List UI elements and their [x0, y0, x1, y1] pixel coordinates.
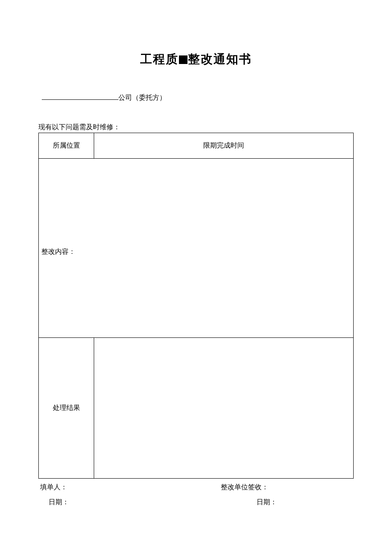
- header-deadline: 限期完成时间: [94, 133, 354, 159]
- footer-row-dates: 日期： 日期：: [38, 498, 354, 507]
- title-part1: 工程质: [140, 52, 179, 66]
- header-location: 所属位置: [39, 133, 94, 159]
- document-title: 工程质整改通知书: [38, 51, 354, 67]
- result-value-cell: [94, 338, 354, 479]
- content-cell: 整改内容：: [39, 159, 354, 338]
- footer-row-signatures: 填单人： 整改单位签收：: [38, 483, 354, 492]
- date-label-right: 日期：: [69, 498, 277, 507]
- company-line: 公司（委托方）: [42, 93, 354, 102]
- page-container: 工程质整改通知书 公司（委托方） 现有以下问题需及时维修： 所属位置 限期完成时…: [0, 0, 392, 507]
- company-suffix: 公司（委托方）: [118, 94, 166, 101]
- footer: 填单人： 整改单位签收： 日期： 日期：: [38, 483, 354, 507]
- table-header-row: 所属位置 限期完成时间: [39, 133, 354, 159]
- title-part2: 整改通知书: [188, 52, 252, 66]
- title-black-box-icon: [179, 55, 187, 64]
- company-blank-underline: [42, 93, 118, 100]
- table-content-row: 整改内容：: [39, 159, 354, 338]
- content-label: 整改内容：: [39, 240, 353, 256]
- filler-label: 填单人：: [38, 483, 67, 492]
- result-label: 处理结果: [39, 338, 94, 479]
- intro-text: 现有以下问题需及时维修：: [38, 123, 354, 132]
- form-table: 所属位置 限期完成时间 整改内容： 处理结果: [38, 133, 354, 479]
- table-result-row: 处理结果: [39, 338, 354, 479]
- signer-label: 整改单位签收：: [67, 483, 268, 492]
- date-label-left: 日期：: [38, 498, 69, 507]
